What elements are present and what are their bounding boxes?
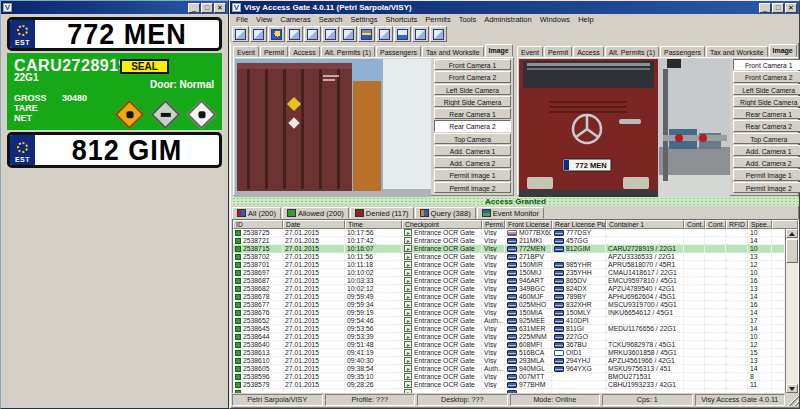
event-tab[interactable]: Allowed (200) [282, 207, 349, 219]
column-header[interactable]: RFID [726, 220, 748, 229]
column-header[interactable]: Permi... [482, 220, 505, 229]
tab[interactable]: Image [485, 44, 513, 57]
column-header[interactable]: Cont... [705, 220, 726, 229]
column-header[interactable]: ID [233, 220, 283, 229]
event-tab[interactable]: Event Monitor [477, 207, 544, 219]
toolbar-button[interactable] [322, 26, 339, 42]
table-row[interactable]: 2538678 27.01.2015 09:59:49 ▸Entrance OC… [233, 293, 785, 301]
column-header[interactable]: Time [345, 220, 402, 229]
tab[interactable]: Permit [260, 46, 288, 57]
menu-item[interactable]: Settings [346, 15, 381, 24]
maximize-button[interactable]: □ [772, 3, 784, 13]
resize-grip[interactable] [787, 394, 799, 406]
minimize-button[interactable]: _ [759, 3, 771, 13]
camera-select-button[interactable]: Left Side Camera [434, 84, 511, 95]
minimize-button[interactable]: _ [188, 3, 200, 13]
tab[interactable]: Passengers [376, 46, 421, 57]
table-row[interactable]: 2538721 27.01.2015 10:17:42 ▸Entrance OC… [233, 237, 785, 245]
toolbar-button[interactable] [358, 26, 375, 42]
event-tab[interactable]: Denied (117) [350, 207, 414, 219]
tab[interactable]: Access [289, 46, 320, 57]
menu-item[interactable]: Administration [480, 15, 536, 24]
scrollbar-thumb[interactable] [786, 239, 798, 263]
camera-select-button[interactable]: Right Side Camera [733, 96, 800, 107]
toolbar-button[interactable] [304, 26, 321, 42]
tab[interactable]: Event [517, 46, 543, 57]
tab[interactable]: Tax and Worksite [422, 46, 484, 57]
left-window-titlebar[interactable]: V _ □ ✕ [1, 1, 228, 14]
camera-select-button[interactable]: Front Camera 2 [434, 71, 511, 82]
column-header[interactable]: Cont... [684, 220, 705, 229]
camera-select-button[interactable]: Rear Camera 2 [434, 120, 511, 131]
tab[interactable]: Image [769, 44, 797, 57]
toolbar-button[interactable] [286, 26, 303, 42]
camera-select-button[interactable]: Add. Camera 1 [733, 145, 800, 156]
camera-select-button[interactable]: Left Side Camera [733, 84, 800, 95]
camera-select-button[interactable]: Right Side Camera [434, 96, 511, 107]
scroll-up-button[interactable] [786, 229, 798, 238]
menu-item[interactable]: Permits [421, 15, 454, 24]
camera-select-button[interactable]: Permit Image 1 [733, 169, 800, 180]
column-header[interactable]: Date [283, 220, 345, 229]
toolbar-button[interactable] [340, 26, 357, 42]
table-row[interactable]: 2538682 27.01.2015 10:02:12 ▸Entrance OC… [233, 285, 785, 293]
table-row[interactable]: 2538613 27.01.2015 09:41:19 ▸Entrance OC… [233, 349, 785, 357]
column-header[interactable]: Container 1 [606, 220, 684, 229]
camera-select-button[interactable]: Add. Camera 2 [434, 157, 511, 168]
table-row[interactable]: 2538640 27.01.2015 09:51:48 ▸Entrance OC… [233, 341, 785, 349]
toolbar-button[interactable] [430, 26, 447, 42]
menu-item[interactable]: Tools [455, 15, 481, 24]
table-row[interactable]: 2538725 27.01.2015 10:17:56 ▸Entrance OC… [233, 229, 785, 237]
toolbar-button[interactable] [232, 26, 249, 42]
camera-select-button[interactable]: Add. Camera 1 [434, 145, 511, 156]
event-tab[interactable]: Query (388) [415, 207, 476, 219]
table-row[interactable]: 2538677 27.01.2015 09:59:34 ▸Entrance OC… [233, 301, 785, 309]
camera-select-button[interactable]: Permit Image 2 [434, 182, 511, 193]
table-row[interactable]: 2538702 27.01.2015 10:11:56 ▸Entrance OC… [233, 253, 785, 261]
vertical-scrollbar[interactable] [785, 229, 798, 393]
column-header[interactable] [772, 220, 798, 229]
toolbar-button[interactable] [268, 26, 285, 42]
table-row[interactable]: 2538579 27.01.2015 09:28:26 ▸Entrance OC… [233, 381, 785, 389]
camera-select-button[interactable]: Top Camera [434, 133, 511, 144]
menu-item[interactable]: Shortcuts [382, 15, 422, 24]
camera-select-button[interactable]: Rear Camera 2 [733, 120, 800, 131]
table-row[interactable]: 2538596 27.01.2015 09:35:10 ▸Entrance OC… [233, 373, 785, 381]
table-row[interactable]: 2538645 27.01.2015 09:53:56 ▸Entrance OC… [233, 325, 785, 333]
menu-item[interactable]: Cameras [276, 15, 314, 24]
column-header[interactable]: Rear License Plate [552, 220, 606, 229]
camera-select-button[interactable]: Front Camera 1 [733, 59, 800, 70]
table-row[interactable]: 2538715 27.01.2015 10:16:07 ▸Entrance OC… [233, 245, 785, 253]
toolbar-button[interactable] [394, 26, 411, 42]
tab[interactable]: Event [233, 46, 259, 57]
tab[interactable]: Alt. Permits (1) [605, 46, 659, 57]
menu-item[interactable]: Windows [536, 15, 574, 24]
tab[interactable]: Access [573, 46, 604, 57]
table-row[interactable]: 2538652 27.01.2015 09:54:46 ▸Entrance OC… [233, 317, 785, 325]
camera-select-button[interactable]: Permit Image 1 [434, 169, 511, 180]
table-row[interactable]: 2538610 27.01.2015 09:40:30 ▸Entrance OC… [233, 357, 785, 365]
camera-select-button[interactable]: Top Camera [733, 133, 800, 144]
menu-item[interactable]: Search [315, 15, 347, 24]
event-tab[interactable]: All (200) [232, 207, 281, 219]
menu-item[interactable]: View [252, 15, 276, 24]
camera-select-button[interactable]: Rear Camera 1 [733, 108, 800, 119]
menu-item[interactable]: Help [574, 15, 597, 24]
tab[interactable]: Permit [544, 46, 572, 57]
tab[interactable]: Alt. Permits (1) [321, 46, 375, 57]
column-header[interactable]: Checkpoint [402, 220, 482, 229]
column-header[interactable]: Front License ... [505, 220, 552, 229]
table-row[interactable]: 2538644 27.01.2015 09:53:39 ▸Entrance OC… [233, 333, 785, 341]
camera-select-button[interactable]: Front Camera 2 [733, 71, 800, 82]
column-header[interactable]: Spee... [748, 220, 772, 229]
main-titlebar[interactable]: V Visy Access Gate 4.0.11 (Petri Sarpola… [230, 1, 799, 14]
tab[interactable]: Tax and Worksite [706, 46, 768, 57]
close-button[interactable]: ✕ [214, 3, 226, 13]
table-row[interactable]: 2538687 27.01.2015 10:03:33 ▸Entrance OC… [233, 277, 785, 285]
table-row[interactable]: 2538676 27.01.2015 09:59:19 ▸Entrance OC… [233, 309, 785, 317]
scroll-down-button[interactable] [786, 384, 798, 393]
camera-select-button[interactable]: Front Camera 1 [434, 59, 511, 70]
maximize-button[interactable]: □ [201, 3, 213, 13]
camera-select-button[interactable]: Add. Camera 2 [733, 157, 800, 168]
toolbar-button[interactable] [412, 26, 429, 42]
